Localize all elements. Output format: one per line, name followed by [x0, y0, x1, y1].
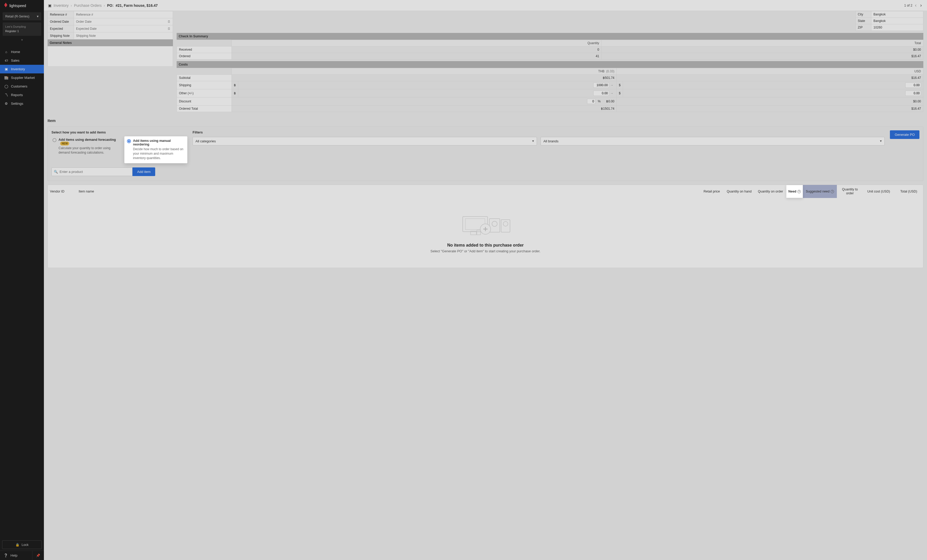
need-label: Need	[788, 190, 796, 193]
svg-rect-10	[477, 230, 480, 235]
crumb-inventory[interactable]: Inventory	[53, 3, 69, 8]
nav-settings[interactable]: ⚙ Settings	[0, 99, 44, 108]
nav-supplier-market[interactable]: 🏬 Supplier Market	[0, 73, 44, 82]
shipping-usd-input[interactable]	[905, 82, 921, 88]
ordered-date-input[interactable]	[76, 20, 170, 24]
chevron-right-icon: ›	[104, 3, 105, 8]
nav-sales-label: Sales	[11, 59, 20, 62]
home-icon: ⌂	[4, 50, 8, 54]
search-icon: 🔍	[54, 170, 58, 174]
lightspeed-icon	[4, 3, 8, 9]
product-search-input[interactable]	[58, 168, 130, 176]
thb-header: THB	[598, 70, 604, 73]
state-value: Bangkok	[871, 18, 923, 24]
shipping-note-label: Shipping Note	[48, 32, 74, 39]
col-item-name: Item name	[76, 185, 700, 198]
subtotal-thb: ฿501.74	[232, 75, 617, 81]
po-details-table: Reference # Ordered Date 🗓 Expected 🗓	[47, 11, 173, 39]
calendar-icon[interactable]: 🗓	[167, 27, 170, 30]
retail-series-label: Retail (R-Series)	[5, 15, 29, 18]
opt2-desc: Decide how much to order based on your m…	[133, 147, 184, 160]
ordered-date-label: Ordered Date	[48, 18, 74, 25]
nav-customers[interactable]: ◯ Customers	[0, 82, 44, 91]
archive-icon: ▣	[48, 3, 52, 8]
expected-date-label: Expected	[48, 25, 74, 32]
other-thb-input[interactable]	[593, 91, 609, 96]
zip-label: ZIP	[856, 24, 871, 31]
col-vendor-id: Vendor ID	[48, 185, 76, 198]
sidebar-expand-toggle[interactable]: ▾	[0, 37, 44, 44]
svg-point-5	[503, 222, 508, 226]
shipping-thb-input[interactable]	[593, 82, 609, 88]
register-name: Register 1	[5, 29, 39, 33]
radio-unchecked-icon	[53, 138, 56, 142]
gear-icon: ⚙	[4, 102, 8, 106]
option-demand-forecasting[interactable]: Add items using demand forecasting NEW C…	[52, 137, 121, 156]
empty-subtitle: Select "Generate PO" or "Add item" to st…	[48, 249, 923, 253]
archive-icon: ▣	[4, 67, 8, 71]
main-nav: ⌂ Home 🏷 Sales ▣ Inventory 🏬 Supplier Ma…	[0, 47, 44, 108]
generate-po-button[interactable]: Generate PO	[890, 131, 919, 139]
nav-customers-label: Customers	[11, 84, 27, 88]
col-unit-cost: Unit cost (USD)	[863, 185, 894, 198]
retail-series-selector[interactable]: Retail (R-Series) ▾	[3, 12, 41, 20]
nav-sales[interactable]: 🏷 Sales	[0, 56, 44, 65]
brand-select[interactable]: All brands	[541, 137, 885, 146]
tag-icon: 🏷	[4, 59, 8, 62]
store-info-card[interactable]: Lee's Dumpling Register 1	[3, 23, 41, 36]
shipping-thb-cur: ฿	[232, 81, 238, 90]
add-item-button[interactable]: Add item	[132, 167, 155, 176]
expected-date-input[interactable]	[76, 27, 170, 30]
checkin-summary-table: QuantityTotal Received0$0.00 Ordered41$1…	[176, 40, 923, 59]
option-manual-reordering[interactable]: Add items using manual reordering Decide…	[125, 137, 187, 163]
opt1-desc: Calculate your quantity to order using d…	[59, 146, 116, 155]
items-table: Vendor ID Item name Retail price Quantit…	[47, 185, 923, 268]
other-thb-cur: ฿	[232, 90, 238, 97]
brand-value: All brands	[544, 139, 559, 143]
help-button[interactable]: ❔ Help	[0, 551, 32, 560]
user-icon: ◯	[4, 84, 8, 88]
received-qty: 0	[232, 47, 602, 53]
ordered-total: $16.47	[602, 53, 923, 59]
col-total: Total (USD)	[894, 185, 923, 198]
calendar-icon[interactable]: 🗓	[167, 20, 170, 24]
city-label: City	[856, 11, 871, 18]
store-name: Lee's Dumpling	[5, 24, 39, 29]
svg-rect-2	[489, 219, 500, 232]
general-notes-textarea[interactable]	[47, 46, 173, 67]
category-select[interactable]: All categories	[193, 137, 537, 146]
discount-usd: $0.00	[617, 97, 923, 106]
discount-unit: %	[598, 100, 601, 103]
col-qty-on-order: Quantity on order	[755, 185, 786, 198]
pager-next[interactable]: ›	[919, 3, 923, 8]
nav-inventory[interactable]: ▣ Inventory	[0, 65, 44, 73]
discount-input[interactable]	[587, 99, 596, 104]
qty-header: Quantity	[232, 40, 602, 47]
nav-reports[interactable]: 〽 Reports	[0, 91, 44, 99]
lock-icon: 🔒	[15, 543, 20, 547]
opt1-title: Add items using demand forecasting	[59, 138, 116, 141]
pager-prev[interactable]: ‹	[914, 3, 918, 8]
nav-home[interactable]: ⌂ Home	[0, 47, 44, 56]
crumb-purchase-orders[interactable]: Purchase Orders	[74, 3, 102, 8]
received-label: Received	[177, 47, 232, 53]
other-usd-input[interactable]	[905, 91, 921, 96]
brand-logo: lightspeed	[0, 0, 44, 10]
help-tooltip-icon[interactable]: ?	[831, 190, 834, 193]
svg-point-3	[492, 221, 497, 226]
shipping-note-input[interactable]	[76, 34, 170, 38]
state-label: State	[856, 18, 871, 24]
chevron-down-icon: ▾	[37, 14, 39, 18]
add-items-panel: Select how you want to add items Add ite…	[47, 126, 923, 181]
reference-input[interactable]	[76, 13, 170, 17]
city-value: Bangkok	[871, 11, 923, 18]
pin-sidebar-button[interactable]: 📌	[32, 551, 44, 560]
help-tooltip-icon[interactable]: ?	[798, 190, 801, 193]
help-label: Help	[11, 554, 18, 557]
select-options-label: Select how you want to add items	[52, 131, 187, 134]
item-section-title: Item	[47, 118, 923, 123]
breadcrumb: ▣ Inventory › Purchase Orders › PO: #21,…	[48, 3, 158, 8]
lock-button[interactable]: 🔒 Lock	[2, 540, 42, 549]
discount-label: Discount	[177, 97, 232, 106]
ordered-total-thb: ฿1501.74	[232, 106, 617, 112]
